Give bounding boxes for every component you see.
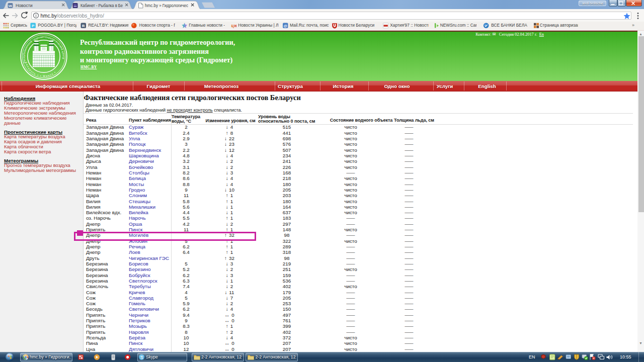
svg-text:н: н (234, 24, 237, 28)
svg-text:R: R (82, 24, 85, 28)
svg-text:P: P (32, 24, 35, 28)
svg-text:@: @ (284, 24, 287, 28)
svg-text:ц: ц (231, 24, 234, 28)
